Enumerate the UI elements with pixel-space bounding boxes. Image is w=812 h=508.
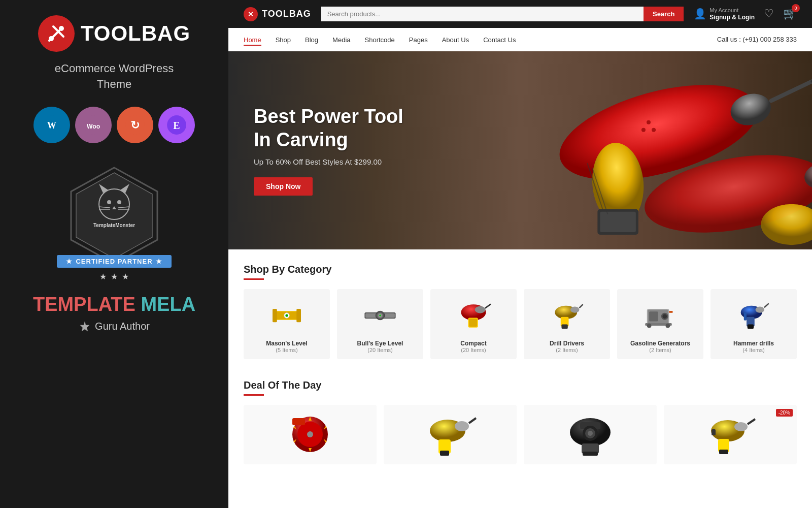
svg-point-36 [652,128,656,132]
svg-line-28 [771,81,813,101]
deal-card-4[interactable]: -20% [664,405,797,464]
hero-section: Best Power ToolIn Carving Up To 60% Off … [228,51,812,249]
deal-underline [244,394,264,396]
svg-line-102 [748,419,755,424]
nav-bar: Home Shop Blog Media Shortcode Pages Abo… [228,28,812,51]
nav-item-about[interactable]: About Us [442,35,469,44]
category-card-masons[interactable]: Mason's Level (5 Items) [244,289,330,359]
account-text: My Account Signup & Login [709,7,755,22]
svg-point-44 [285,314,288,316]
brand-logo-area: TOOLBAG [38,15,190,52]
svg-rect-77 [744,312,747,321]
svg-rect-99 [583,452,598,456]
deal-card-1[interactable] [244,405,377,464]
search-button[interactable]: Search [644,7,684,21]
category-card-gas[interactable]: Gasoline Generators (2 Items) [617,289,703,359]
svg-point-73 [756,307,765,313]
svg-point-71 [666,324,670,328]
category-name-3: Drill Drivers [550,340,584,347]
nav-link-shop[interactable]: Shop [276,36,291,44]
category-name-0: Mason's Level [266,340,308,347]
nav-item-shortcode[interactable]: Shortcode [365,35,395,44]
svg-point-97 [588,431,593,436]
shop-now-button[interactable]: Shop Now [254,177,313,196]
category-count-0: (5 Items) [276,347,297,353]
svg-point-54 [475,306,486,313]
svg-rect-32 [600,212,635,232]
svg-rect-76 [748,325,754,329]
masons-level-img [264,295,310,336]
nav-link-blog[interactable]: Blog [305,36,318,44]
account-area[interactable]: 👤 My Account Signup & Login [694,7,755,22]
search-input[interactable] [321,7,644,21]
hero-subtitle: Up To 60% Off Best Styles At $299.00 [254,157,403,166]
brand-name: TOOLBAG [81,21,190,46]
svg-point-37 [641,128,646,132]
my-account-label: My Account [709,7,755,14]
category-name-5: Hammer drills [733,340,774,347]
hammer-drill-img [731,295,776,336]
left-panel: TOOLBAG eCommerce WordPressTheme W Woo ↻ [0,0,228,508]
nav-link-shortcode[interactable]: Shortcode [365,36,395,44]
svg-rect-104 [719,450,728,454]
deal-badge-4: -20% [776,409,793,417]
svg-point-70 [647,324,652,328]
user-icon: 👤 [694,8,706,20]
svg-rect-62 [562,325,568,329]
svg-line-90 [469,418,476,423]
call-us: Call us : (+91) 000 258 333 [717,36,797,43]
site-logo: ✕ TOOLBAG [244,7,311,21]
svg-rect-45 [273,309,277,322]
guru-author: Guru Author [79,321,150,333]
nav-link-about[interactable]: About Us [442,36,469,44]
nav-link-pages[interactable]: Pages [409,36,428,44]
nav-item-shop[interactable]: Shop [276,35,291,44]
hero-title: Best Power ToolIn Carving [254,105,403,151]
template-text: TEMPLATE [33,294,136,315]
nav-link-media[interactable]: Media [332,36,350,44]
svg-rect-105 [712,429,716,435]
category-count-4: (2 Items) [649,347,671,353]
category-name-4: Gasoline Generators [630,340,690,347]
deal-card-3[interactable] [524,405,657,464]
svg-rect-68 [669,311,673,313]
brand-tagline: eCommerce WordPressTheme [55,61,174,92]
nav-item-blog[interactable]: Blog [305,35,318,44]
deal-card-2[interactable] [384,405,517,464]
nav-item-contact[interactable]: Contact Us [483,35,516,44]
category-card-compact[interactable]: Compact (20 Items) [430,289,517,359]
wishlist-icon[interactable]: ♡ [764,7,774,20]
category-card-drill[interactable]: Drill Drivers (2 Items) [524,289,610,359]
shop-section-title: Shop By Category [244,264,797,275]
svg-marker-25 [80,322,89,331]
svg-text:↻: ↻ [130,118,140,131]
svg-point-59 [570,307,580,313]
svg-rect-87 [292,418,305,425]
category-count-2: (20 Items) [461,347,486,353]
svg-text:Woo: Woo [87,122,100,130]
right-panel: ✕ TOOLBAG Search 👤 My Account Signup & L… [228,0,812,508]
category-name-1: Bull's Eye Level [357,340,403,347]
category-count-5: (4 Items) [742,347,764,353]
signup-login-label: Signup & Login [709,14,755,22]
svg-line-60 [580,304,583,308]
site-logo-text: TOOLBAG [262,9,311,19]
nav-link-contact[interactable]: Contact Us [483,36,516,44]
nav-link-home[interactable]: Home [244,36,261,46]
svg-text:W: W [47,120,56,130]
nav-item-media[interactable]: Media [332,35,350,44]
category-card-hammer[interactable]: Hammer drills (4 Items) [710,289,797,359]
svg-point-2 [49,36,54,41]
nav-item-pages[interactable]: Pages [409,35,428,44]
elementor-badge: E [158,107,195,143]
nav-item-home[interactable]: Home [244,35,261,44]
svg-point-17 [107,200,111,204]
search-bar[interactable]: Search [321,7,684,21]
deal-items: -20% [244,405,797,464]
category-card-bulls[interactable]: Bull's Eye Level (20 Items) [337,289,423,359]
svg-point-18 [117,200,121,204]
category-name-2: Compact [460,340,486,347]
categories-grid: Mason's Level (5 Items) Bull's Eye Level [244,289,797,359]
cart-icon[interactable]: 🛒 0 [783,7,797,20]
svg-marker-13 [76,173,152,259]
